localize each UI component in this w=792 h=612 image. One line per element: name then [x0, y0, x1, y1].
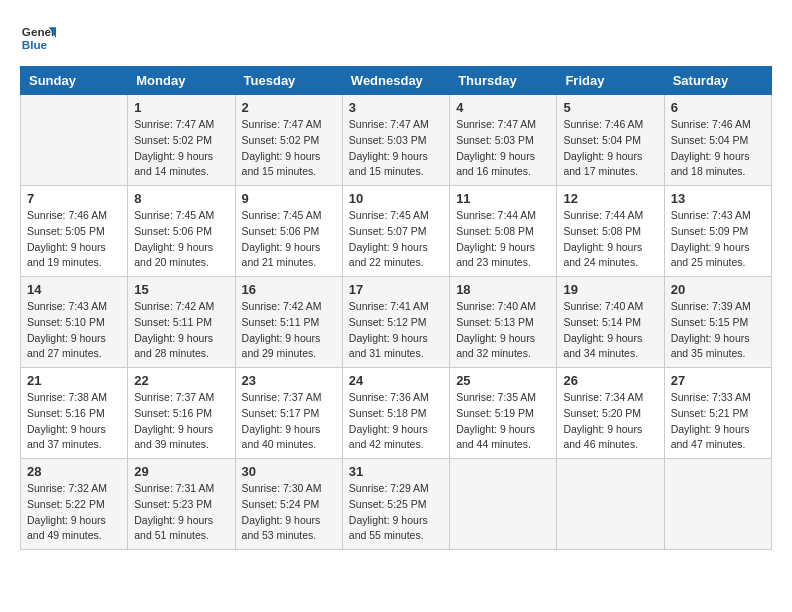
day-info: Sunrise: 7:37 AM Sunset: 5:16 PM Dayligh… [134, 390, 228, 453]
day-number: 21 [27, 373, 121, 388]
calendar-cell: 26Sunrise: 7:34 AM Sunset: 5:20 PM Dayli… [557, 368, 664, 459]
calendar-cell: 24Sunrise: 7:36 AM Sunset: 5:18 PM Dayli… [342, 368, 449, 459]
calendar-cell [664, 459, 771, 550]
day-number: 18 [456, 282, 550, 297]
day-info: Sunrise: 7:38 AM Sunset: 5:16 PM Dayligh… [27, 390, 121, 453]
calendar-cell: 12Sunrise: 7:44 AM Sunset: 5:08 PM Dayli… [557, 186, 664, 277]
day-number: 3 [349, 100, 443, 115]
day-number: 23 [242, 373, 336, 388]
calendar-cell: 7Sunrise: 7:46 AM Sunset: 5:05 PM Daylig… [21, 186, 128, 277]
week-row-1: 1Sunrise: 7:47 AM Sunset: 5:02 PM Daylig… [21, 95, 772, 186]
day-info: Sunrise: 7:42 AM Sunset: 5:11 PM Dayligh… [134, 299, 228, 362]
day-info: Sunrise: 7:44 AM Sunset: 5:08 PM Dayligh… [456, 208, 550, 271]
day-number: 12 [563, 191, 657, 206]
day-info: Sunrise: 7:30 AM Sunset: 5:24 PM Dayligh… [242, 481, 336, 544]
day-header-wednesday: Wednesday [342, 67, 449, 95]
calendar-cell: 20Sunrise: 7:39 AM Sunset: 5:15 PM Dayli… [664, 277, 771, 368]
day-info: Sunrise: 7:40 AM Sunset: 5:14 PM Dayligh… [563, 299, 657, 362]
calendar-cell: 22Sunrise: 7:37 AM Sunset: 5:16 PM Dayli… [128, 368, 235, 459]
week-row-4: 21Sunrise: 7:38 AM Sunset: 5:16 PM Dayli… [21, 368, 772, 459]
day-info: Sunrise: 7:45 AM Sunset: 5:06 PM Dayligh… [134, 208, 228, 271]
day-number: 5 [563, 100, 657, 115]
day-info: Sunrise: 7:42 AM Sunset: 5:11 PM Dayligh… [242, 299, 336, 362]
calendar-cell: 16Sunrise: 7:42 AM Sunset: 5:11 PM Dayli… [235, 277, 342, 368]
calendar-cell: 11Sunrise: 7:44 AM Sunset: 5:08 PM Dayli… [450, 186, 557, 277]
calendar-cell: 29Sunrise: 7:31 AM Sunset: 5:23 PM Dayli… [128, 459, 235, 550]
day-info: Sunrise: 7:41 AM Sunset: 5:12 PM Dayligh… [349, 299, 443, 362]
day-info: Sunrise: 7:45 AM Sunset: 5:07 PM Dayligh… [349, 208, 443, 271]
calendar-cell: 4Sunrise: 7:47 AM Sunset: 5:03 PM Daylig… [450, 95, 557, 186]
day-number: 7 [27, 191, 121, 206]
day-number: 13 [671, 191, 765, 206]
calendar-cell: 8Sunrise: 7:45 AM Sunset: 5:06 PM Daylig… [128, 186, 235, 277]
day-header-sunday: Sunday [21, 67, 128, 95]
day-info: Sunrise: 7:36 AM Sunset: 5:18 PM Dayligh… [349, 390, 443, 453]
day-info: Sunrise: 7:45 AM Sunset: 5:06 PM Dayligh… [242, 208, 336, 271]
day-info: Sunrise: 7:40 AM Sunset: 5:13 PM Dayligh… [456, 299, 550, 362]
day-number: 19 [563, 282, 657, 297]
day-info: Sunrise: 7:31 AM Sunset: 5:23 PM Dayligh… [134, 481, 228, 544]
day-number: 8 [134, 191, 228, 206]
day-number: 20 [671, 282, 765, 297]
day-number: 24 [349, 373, 443, 388]
svg-text:General: General [22, 25, 56, 38]
logo-icon: General Blue [20, 20, 56, 56]
day-number: 6 [671, 100, 765, 115]
calendar-cell: 10Sunrise: 7:45 AM Sunset: 5:07 PM Dayli… [342, 186, 449, 277]
day-info: Sunrise: 7:35 AM Sunset: 5:19 PM Dayligh… [456, 390, 550, 453]
day-number: 25 [456, 373, 550, 388]
day-number: 30 [242, 464, 336, 479]
calendar-cell: 30Sunrise: 7:30 AM Sunset: 5:24 PM Dayli… [235, 459, 342, 550]
calendar-cell: 18Sunrise: 7:40 AM Sunset: 5:13 PM Dayli… [450, 277, 557, 368]
header-row: SundayMondayTuesdayWednesdayThursdayFrid… [21, 67, 772, 95]
day-info: Sunrise: 7:47 AM Sunset: 5:02 PM Dayligh… [242, 117, 336, 180]
day-info: Sunrise: 7:47 AM Sunset: 5:03 PM Dayligh… [456, 117, 550, 180]
calendar-cell: 23Sunrise: 7:37 AM Sunset: 5:17 PM Dayli… [235, 368, 342, 459]
day-number: 11 [456, 191, 550, 206]
day-info: Sunrise: 7:46 AM Sunset: 5:04 PM Dayligh… [563, 117, 657, 180]
day-info: Sunrise: 7:44 AM Sunset: 5:08 PM Dayligh… [563, 208, 657, 271]
calendar-cell: 31Sunrise: 7:29 AM Sunset: 5:25 PM Dayli… [342, 459, 449, 550]
calendar-cell: 15Sunrise: 7:42 AM Sunset: 5:11 PM Dayli… [128, 277, 235, 368]
calendar-cell: 17Sunrise: 7:41 AM Sunset: 5:12 PM Dayli… [342, 277, 449, 368]
day-info: Sunrise: 7:47 AM Sunset: 5:02 PM Dayligh… [134, 117, 228, 180]
day-number: 17 [349, 282, 443, 297]
day-info: Sunrise: 7:46 AM Sunset: 5:05 PM Dayligh… [27, 208, 121, 271]
day-info: Sunrise: 7:37 AM Sunset: 5:17 PM Dayligh… [242, 390, 336, 453]
day-header-tuesday: Tuesday [235, 67, 342, 95]
day-header-monday: Monday [128, 67, 235, 95]
day-number: 29 [134, 464, 228, 479]
day-info: Sunrise: 7:43 AM Sunset: 5:10 PM Dayligh… [27, 299, 121, 362]
day-number: 2 [242, 100, 336, 115]
day-number: 31 [349, 464, 443, 479]
calendar-cell [450, 459, 557, 550]
calendar-cell: 3Sunrise: 7:47 AM Sunset: 5:03 PM Daylig… [342, 95, 449, 186]
svg-text:Blue: Blue [22, 38, 48, 51]
day-number: 28 [27, 464, 121, 479]
day-number: 1 [134, 100, 228, 115]
calendar-cell [557, 459, 664, 550]
day-header-saturday: Saturday [664, 67, 771, 95]
day-number: 16 [242, 282, 336, 297]
day-number: 22 [134, 373, 228, 388]
day-number: 4 [456, 100, 550, 115]
day-info: Sunrise: 7:29 AM Sunset: 5:25 PM Dayligh… [349, 481, 443, 544]
day-info: Sunrise: 7:43 AM Sunset: 5:09 PM Dayligh… [671, 208, 765, 271]
day-info: Sunrise: 7:39 AM Sunset: 5:15 PM Dayligh… [671, 299, 765, 362]
logo: General Blue [20, 20, 56, 56]
calendar-cell [21, 95, 128, 186]
page-header: General Blue [20, 20, 772, 56]
calendar-cell: 21Sunrise: 7:38 AM Sunset: 5:16 PM Dayli… [21, 368, 128, 459]
calendar-cell: 28Sunrise: 7:32 AM Sunset: 5:22 PM Dayli… [21, 459, 128, 550]
calendar-cell: 9Sunrise: 7:45 AM Sunset: 5:06 PM Daylig… [235, 186, 342, 277]
calendar-cell: 6Sunrise: 7:46 AM Sunset: 5:04 PM Daylig… [664, 95, 771, 186]
calendar-cell: 5Sunrise: 7:46 AM Sunset: 5:04 PM Daylig… [557, 95, 664, 186]
calendar-cell: 14Sunrise: 7:43 AM Sunset: 5:10 PM Dayli… [21, 277, 128, 368]
day-header-friday: Friday [557, 67, 664, 95]
calendar-cell: 1Sunrise: 7:47 AM Sunset: 5:02 PM Daylig… [128, 95, 235, 186]
day-number: 15 [134, 282, 228, 297]
calendar-cell: 2Sunrise: 7:47 AM Sunset: 5:02 PM Daylig… [235, 95, 342, 186]
calendar-cell: 19Sunrise: 7:40 AM Sunset: 5:14 PM Dayli… [557, 277, 664, 368]
day-info: Sunrise: 7:46 AM Sunset: 5:04 PM Dayligh… [671, 117, 765, 180]
day-header-thursday: Thursday [450, 67, 557, 95]
